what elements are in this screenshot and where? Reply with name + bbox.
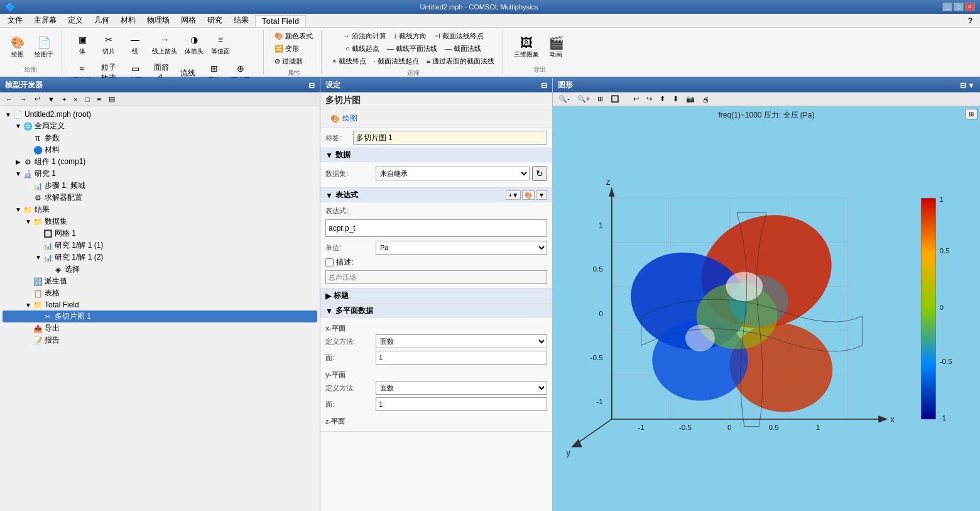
tree-toggle[interactable]: ▼ xyxy=(24,302,33,309)
cut-end-button[interactable]: × 截线终点 xyxy=(329,55,369,67)
maximize-button[interactable]: □ xyxy=(954,3,964,11)
tree-item[interactable]: ▼🌐全局定义 xyxy=(3,120,317,132)
expand-button[interactable]: ⊞ xyxy=(965,109,977,119)
refresh-button[interactable]: ↻ xyxy=(532,166,547,181)
tree-item[interactable]: 🔢派生值 xyxy=(3,275,317,287)
graph-menu[interactable]: ▼ xyxy=(967,81,975,90)
menu-materials[interactable]: 材料 xyxy=(116,14,141,27)
tree-item[interactable]: 🔲网格 1 xyxy=(3,228,317,239)
tree-item[interactable]: 📝报告 xyxy=(3,334,317,346)
surface-cut-normal-button[interactable]: ≡ 通过表面的截面法线 xyxy=(423,55,498,67)
zoom-in-button[interactable]: 🔍+ xyxy=(574,94,593,104)
tree-item[interactable]: ▼📄Untitled2.mph (root) xyxy=(3,109,317,120)
unit-select[interactable]: Pa xyxy=(376,241,547,255)
settings-collapse[interactable]: ⊟ xyxy=(541,81,547,90)
up-button[interactable]: ⬆ xyxy=(656,94,668,104)
deform-button[interactable]: 🔀 变形 xyxy=(271,43,302,55)
line-button[interactable]: — 线 xyxy=(122,30,148,58)
yplane-num-input[interactable] xyxy=(376,397,547,411)
tree-toggle[interactable]: ▼ xyxy=(24,218,33,225)
tree-toggle[interactable]: ▼ xyxy=(14,206,23,213)
tree-toggle[interactable]: ▼ xyxy=(34,254,43,261)
section-title-header[interactable]: ▶ 标题 xyxy=(320,288,552,303)
close-button[interactable]: ✕ xyxy=(965,3,975,11)
dataset-select[interactable]: 来自继承 xyxy=(376,167,530,180)
cut-normal-start-button[interactable]: · 截面法线起点 xyxy=(371,55,422,67)
help-button[interactable]: ? xyxy=(963,15,977,26)
color-table-button[interactable]: 🎨 颜色表式 xyxy=(271,30,316,42)
window-controls[interactable]: _ □ ✕ xyxy=(942,3,975,11)
cut-direction-button[interactable]: ↕ 截线方向 xyxy=(391,30,430,42)
animation-button[interactable]: 🎬 动画 xyxy=(543,33,569,61)
minimize-button[interactable]: _ xyxy=(942,3,952,11)
toggle-view-button[interactable]: □ xyxy=(82,94,93,104)
3d-image-button[interactable]: 🖼 三维图象 xyxy=(511,33,542,61)
tree-item[interactable]: ▼📁结果 xyxy=(3,204,317,216)
tree-item[interactable]: π参数 xyxy=(3,132,317,144)
tree-toggle[interactable]: ▶ xyxy=(14,158,23,165)
tree-item[interactable]: 📊研究 1/解 1 (1) xyxy=(3,239,317,251)
forward-button[interactable]: → xyxy=(17,94,30,104)
cut-plane-normal-button[interactable]: — 截线平面法线 xyxy=(384,43,440,55)
tab-total-field[interactable]: Total Field xyxy=(255,15,306,27)
plot-on-button[interactable]: 📄 绘图于 xyxy=(31,33,57,61)
expr-color-button[interactable]: 🎨 xyxy=(522,190,535,200)
menu-file[interactable]: 文件 xyxy=(3,14,28,27)
tree-item[interactable]: 📋表格 xyxy=(3,287,317,299)
tree-item[interactable]: 🔵材料 xyxy=(3,144,317,156)
delete-button[interactable]: × xyxy=(70,94,80,104)
cut-normal-button[interactable]: — 截面法线 xyxy=(442,43,484,55)
desc-checkbox[interactable] xyxy=(325,258,334,266)
volume-button[interactable]: ▣ 体 xyxy=(70,30,95,58)
tree-item[interactable]: ▼📊研究 1/解 1 (2) xyxy=(3,251,317,263)
menu-mesh[interactable]: 网格 xyxy=(176,14,201,27)
menu-define[interactable]: 定义 xyxy=(63,14,88,27)
down-button[interactable]: ⬇ xyxy=(670,94,682,104)
line-arrow-button[interactable]: → 线上箭头 xyxy=(149,30,180,58)
yplane-method-select[interactable]: 面数 xyxy=(376,381,547,395)
filter-button[interactable]: ⊘ 过滤器 xyxy=(271,55,306,67)
tree-toggle[interactable]: ▼ xyxy=(4,111,13,118)
cut-normal-end-button[interactable]: ⊣ 截面法线终点 xyxy=(431,30,487,42)
tree-item[interactable]: 📤导出 xyxy=(3,322,317,334)
section-multiplane-header[interactable]: ▼ 多平面数据 xyxy=(320,304,552,318)
tree-item[interactable]: ▼🔬研究 1 xyxy=(3,168,317,180)
plot-button[interactable]: 🎨 绘图 xyxy=(5,33,30,61)
graph-collapse[interactable]: ⊟ xyxy=(960,81,966,90)
undo-button[interactable]: ↩ xyxy=(31,94,43,104)
menu-geometry[interactable]: 几何 xyxy=(89,14,114,27)
export-image-button[interactable]: 📷 xyxy=(683,94,698,104)
tree-item[interactable]: ⚙求解器配置 xyxy=(3,192,317,204)
normal-calc-button[interactable]: → 沿法向计算 xyxy=(340,30,389,42)
redo-view-button[interactable]: ↪ xyxy=(643,94,655,104)
tree-item[interactable]: ▼📁Total Field xyxy=(3,299,317,310)
xplane-method-select[interactable]: 面数 xyxy=(376,334,547,348)
section-data-header[interactable]: ▼ 数据 xyxy=(320,148,552,162)
tree-item[interactable]: ✂多切片图 1 xyxy=(3,310,317,322)
menu-results[interactable]: 结果 xyxy=(229,14,254,27)
split-button[interactable]: ≡ xyxy=(94,94,104,104)
xplane-num-input[interactable] xyxy=(376,351,547,365)
left-panel-collapse[interactable]: ⊟ xyxy=(308,81,315,90)
tree-toggle[interactable]: ▼ xyxy=(14,123,23,129)
menu-home[interactable]: 主屏幕 xyxy=(29,14,62,27)
slice-button[interactable]: ✂ 切片 xyxy=(96,30,121,58)
menu-study[interactable]: 研究 xyxy=(202,14,227,27)
zoom-out-button[interactable]: 🔍- xyxy=(555,94,573,104)
back-button[interactable]: ← xyxy=(3,94,16,104)
tree-item[interactable]: ◈选择 xyxy=(3,263,317,275)
label-input[interactable] xyxy=(353,131,547,145)
isosurface-button[interactable]: ≡ 等值面 xyxy=(208,30,233,58)
split2-button[interactable]: ▤ xyxy=(106,94,118,104)
expr-menu-button[interactable]: ▼ xyxy=(536,190,547,200)
tree-item[interactable]: 📊步骤 1: 频域 xyxy=(3,180,317,192)
expr-input[interactable] xyxy=(325,219,547,237)
cut-start-button[interactable]: ○ 截线起点 xyxy=(342,43,383,55)
expr-add-button[interactable]: +▼ xyxy=(506,190,521,200)
zoom-window-button[interactable]: 🔲 xyxy=(607,94,623,104)
vol-arrow-button[interactable]: ◑ 体箭头 xyxy=(182,30,207,58)
menu-physics[interactable]: 物理场 xyxy=(142,14,175,27)
undo-dropdown[interactable]: ▼ xyxy=(45,94,58,104)
section-expr-header[interactable]: ▼ 表达式 +▼ 🎨 ▼ xyxy=(320,188,552,202)
tree-item[interactable]: ▼📁数据集 xyxy=(3,216,317,228)
